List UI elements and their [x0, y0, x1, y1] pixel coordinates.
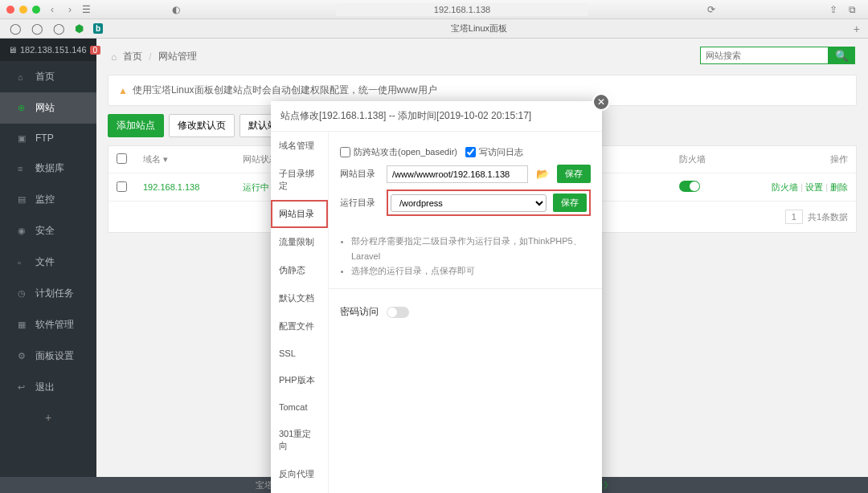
row-sitedir: 网站目录 📂 保存	[340, 165, 591, 183]
chk-basedir[interactable]	[340, 147, 350, 157]
sidebar-item-db[interactable]: ≡数据库	[0, 153, 96, 184]
breadcrumb: ⌂ 首页 / 网站管理 🔍	[96, 39, 868, 75]
chk-log[interactable]	[465, 147, 476, 157]
rundir-select[interactable]: /wordpress	[391, 194, 547, 212]
mnav-subdir[interactable]: 子目录绑定	[271, 160, 328, 200]
refresh-icon[interactable]: ⟳	[707, 4, 720, 15]
tab-title: 宝塔Linux面板	[113, 22, 845, 35]
crumb-home[interactable]: 首页	[123, 50, 142, 63]
bt-icon[interactable]: ⬢	[75, 22, 84, 35]
mnav-traffic[interactable]: 流量限制	[271, 228, 328, 256]
mnav-hotlink[interactable]: 防盗链	[271, 488, 328, 493]
grid-icon: ▦	[18, 320, 27, 330]
col-domain[interactable]: 域名 ▾	[135, 146, 235, 173]
file-icon: ▫	[18, 258, 27, 267]
add-site-button[interactable]: 添加站点	[108, 114, 164, 137]
notes: 部分程序需要指定二级目录作为运行目录，如ThinkPHP5、Laravel 选择…	[340, 226, 591, 279]
gear-icon: ⚙	[18, 351, 27, 361]
col-ops: 操作	[730, 146, 856, 173]
page-number[interactable]: 1	[785, 210, 803, 224]
search-input[interactable]	[700, 47, 829, 64]
sidebar-item-security[interactable]: ◉安全	[0, 215, 96, 246]
search-button[interactable]: 🔍	[829, 47, 855, 64]
browser-tabbar: ◯ ◯ ◯ ⬢ b 宝塔Linux面板 +	[0, 19, 868, 39]
mnav-tomcat[interactable]: Tomcat	[271, 394, 328, 420]
monitor-icon: ▤	[18, 194, 27, 205]
mnav-ssl[interactable]: SSL	[271, 340, 328, 366]
lbl-rundir: 运行目录	[340, 197, 379, 209]
sidebar-item-exit[interactable]: ↩退出	[0, 372, 96, 403]
sidebar-item-label: 文件	[35, 255, 55, 269]
min-dot[interactable]	[19, 6, 27, 14]
share-icon[interactable]: ⇪	[829, 4, 842, 15]
back-icon[interactable]: ‹	[47, 4, 58, 15]
page-total: 共1条数据	[808, 211, 848, 223]
save-sitedir-button[interactable]: 保存	[557, 165, 591, 183]
chk-basedir-label: 防跨站攻击(open_basedir)	[354, 146, 457, 158]
op-setting[interactable]: 设置	[805, 182, 823, 192]
new-tab-icon[interactable]: +	[845, 22, 868, 35]
sidebar-add[interactable]: +	[0, 403, 96, 432]
crumb-page: 网站管理	[158, 50, 197, 63]
sidebar-item-ftp[interactable]: ▣FTP	[0, 124, 96, 153]
sidebar-item-home[interactable]: ⌂首页	[0, 61, 96, 92]
row-checkbox[interactable]	[117, 181, 127, 192]
max-dot[interactable]	[32, 6, 40, 14]
sidebar-item-site[interactable]: ⊕网站	[0, 92, 96, 124]
note-item: 选择您的运行目录，点保存即可	[351, 263, 591, 279]
favicon-row: ◯ ◯ ◯ ⬢ b	[0, 22, 113, 35]
clock-icon: ◷	[18, 288, 27, 299]
shield-icon: ◉	[18, 226, 27, 236]
search-icon: 🔍	[835, 50, 849, 62]
reader-icon[interactable]: ◐	[172, 4, 185, 15]
mnav-rewrite[interactable]: 伪静态	[271, 256, 328, 284]
mnav-301[interactable]: 301重定向	[271, 420, 328, 460]
folder-icon: ▣	[18, 133, 27, 144]
rundir-highlight: /wordpress 保存	[387, 189, 591, 216]
sidebar-item-file[interactable]: ▫文件	[0, 246, 96, 278]
mnav-php[interactable]: PHP版本	[271, 366, 328, 394]
sidebar-ip: 🖥 182.138.151.146 0	[0, 39, 96, 61]
mnav-sitedir[interactable]: 网站目录	[271, 200, 328, 228]
sidebar-item-label: 监控	[35, 193, 55, 206]
folder-icon[interactable]: 📂	[536, 168, 549, 180]
sidebar-item-soft[interactable]: ▦软件管理	[0, 309, 96, 340]
warn-icon: ▲	[118, 85, 128, 96]
row-domain[interactable]: 192.168.1.138	[135, 173, 235, 202]
password-switch[interactable]	[387, 307, 409, 318]
mnav-default[interactable]: 默认文档	[271, 284, 328, 312]
mnav-proxy[interactable]: 反向代理	[271, 460, 328, 488]
globe-icon: ⊕	[18, 103, 27, 113]
divider	[329, 288, 602, 289]
tabs-icon[interactable]: ⧉	[849, 4, 862, 15]
close-dot[interactable]	[6, 6, 14, 14]
close-icon[interactable]: ✕	[592, 93, 610, 111]
site-search: 🔍	[700, 47, 855, 64]
bing-icon[interactable]: b	[93, 23, 103, 34]
sidebar: 🖥 182.138.151.146 0 ⌂首页 ⊕网站 ▣FTP ≡数据库 ▤监…	[0, 39, 96, 477]
github-icon[interactable]: ◯	[53, 22, 65, 35]
row-ops: 防火墙|设置|删除	[730, 173, 856, 202]
sitedir-input[interactable]	[387, 165, 528, 183]
select-all-checkbox[interactable]	[117, 153, 127, 164]
github-icon[interactable]: ◯	[31, 22, 43, 35]
traffic-lights	[6, 6, 40, 14]
address-bar[interactable]: 192.168.1.138	[336, 3, 588, 16]
github-icon[interactable]: ◯	[10, 22, 22, 35]
op-firewall[interactable]: 防火墙	[772, 182, 798, 192]
sidebar-icon[interactable]: ☰	[82, 4, 95, 15]
firewall-switch[interactable]	[679, 181, 700, 192]
mnav-conf[interactable]: 配置文件	[271, 312, 328, 340]
mnav-domain[interactable]: 域名管理	[271, 132, 328, 160]
mac-titlebar: ‹ › ☰ ◐ 192.168.1.138 ⟳ ⇪ ⧉	[0, 0, 868, 19]
sidebar-item-label: 软件管理	[35, 318, 74, 332]
sidebar-item-setting[interactable]: ⚙面板设置	[0, 340, 96, 372]
sidebar-item-label: 网站	[35, 101, 55, 115]
op-delete[interactable]: 删除	[830, 182, 848, 192]
sidebar-item-cron[interactable]: ◷计划任务	[0, 278, 96, 309]
sidebar-item-monitor[interactable]: ▤监控	[0, 184, 96, 215]
default-page-button[interactable]: 修改默认页	[169, 114, 235, 137]
save-rundir-button[interactable]: 保存	[553, 194, 587, 212]
forward-icon[interactable]: ›	[64, 4, 76, 15]
row-rundir: 运行目录 /wordpress 保存	[340, 189, 591, 216]
